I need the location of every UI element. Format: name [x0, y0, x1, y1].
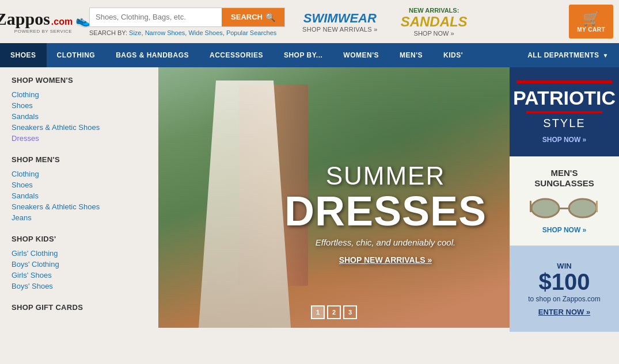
promo-swimwear-banner[interactable]: SWIMWEAR SHOP NEW ARRIVALS »: [294, 11, 386, 33]
mens-sneakers-link[interactable]: Sneakers & Athletic Shoes: [12, 201, 147, 212]
womens-clothing-link[interactable]: Clothing: [12, 89, 147, 100]
search-area: SEARCH 🔍 SEARCH BY: Size, Narrow Shoes, …: [89, 7, 285, 36]
patriotic-shop-now[interactable]: SHOP NOW »: [542, 136, 586, 144]
sandals-shop-now: SHOP NOW »: [401, 30, 468, 37]
search-by-popular[interactable]: Popular Searches: [226, 29, 276, 36]
svg-point-3: [569, 199, 597, 217]
nav-shoes[interactable]: SHOES: [0, 43, 47, 67]
cart-label: MY CART: [577, 26, 605, 33]
girls-shoes-link[interactable]: Girls' Shoes: [12, 270, 147, 281]
shop-mens-heading: SHOP MEN'S: [12, 155, 147, 164]
mens-sandals-link[interactable]: Sandals: [12, 190, 147, 201]
nav-all-departments[interactable]: ALL DEPARTMENTS ▼: [517, 43, 619, 67]
sunglasses-image: [527, 192, 602, 224]
search-button[interactable]: SEARCH 🔍: [222, 8, 284, 26]
shop-kids-heading: SHOP KIDS': [12, 235, 147, 243]
cart-button[interactable]: 🛒 MY CART: [569, 5, 613, 39]
right-sidebar: PATRIOTIC STYLE SHOP NOW » MEN'SSUNGLASS…: [510, 67, 619, 332]
womens-shoes-link[interactable]: Shoes: [12, 100, 147, 111]
search-by-narrow[interactable]: Narrow Shoes: [145, 29, 185, 36]
hero-cta-button[interactable]: SHOP NEW ARRIVALS »: [284, 255, 487, 265]
shop-womens-section: SHOP WOMEN'S Clothing Shoes Sandals Snea…: [12, 76, 147, 144]
new-arrivals-label: NEW ARRIVALS:: [401, 7, 468, 14]
patriotic-promo[interactable]: PATRIOTIC STYLE SHOP NOW »: [510, 67, 619, 156]
patriotic-stripe-mid: [526, 111, 603, 113]
sunglasses-promo[interactable]: MEN'SSUNGLASSES SHOP NOW »: [510, 156, 619, 246]
boys-clothing-link[interactable]: Boys' Clothing: [12, 259, 147, 270]
search-by-wide[interactable]: Wide Shoes: [188, 29, 222, 36]
sunglasses-shop-now[interactable]: SHOP NOW »: [542, 226, 586, 234]
search-by-size[interactable]: Size: [129, 29, 141, 36]
win-enter[interactable]: ENTER NOW »: [538, 308, 590, 316]
hero-dresses-text: DRESSES: [284, 190, 487, 232]
cart-area[interactable]: 🛒 MY CART: [569, 5, 613, 39]
patriotic-style-text: STYLE: [543, 117, 585, 130]
shop-gift-cards-heading[interactable]: SHOP GIFT CARDS: [12, 303, 147, 312]
dropdown-arrow-icon: ▼: [603, 52, 609, 59]
patriotic-stripe-top: [517, 81, 612, 83]
navbar: SHOES CLOTHING BAGS & HANDBAGS ACCESSORI…: [0, 43, 619, 67]
patriotic-main-text: PATRIOTIC: [513, 88, 616, 108]
left-sidebar: SHOP WOMEN'S Clothing Shoes Sandals Snea…: [0, 67, 158, 332]
promo-sandals-banner[interactable]: NEW ARRIVALS: SANDALS SHOP NOW »: [395, 7, 473, 37]
sandals-label: SANDALS: [401, 14, 468, 30]
search-by-label: SEARCH BY:: [89, 29, 127, 36]
search-input[interactable]: [90, 8, 222, 26]
boys-shoes-link[interactable]: Boys' Shoes: [12, 281, 147, 292]
hero-dot-1[interactable]: 1: [311, 305, 325, 319]
logo-tagline: POWERED BY SERVICE: [14, 29, 72, 34]
nav-womens[interactable]: WOMEN'S: [333, 43, 389, 67]
swimwear-sub: SHOP NEW ARRIVALS »: [302, 26, 378, 33]
shop-kids-section: SHOP KIDS' Girls' Clothing Boys' Clothin…: [12, 235, 147, 292]
shop-womens-heading: SHOP WOMEN'S: [12, 76, 147, 85]
nav-clothing[interactable]: CLOTHING: [47, 43, 106, 67]
search-button-label: SEARCH: [231, 13, 263, 21]
nav-mens[interactable]: MEN'S: [389, 43, 433, 67]
win-amount: $100: [539, 270, 590, 293]
svg-point-1: [531, 199, 559, 217]
search-by: SEARCH BY: Size, Narrow Shoes, Wide Shoe…: [89, 29, 285, 36]
hero-summer-text: SUMMER: [284, 162, 487, 190]
hero-dot-2[interactable]: 2: [327, 305, 341, 319]
mens-clothing-link[interactable]: Clothing: [12, 168, 147, 179]
logo-text: Zappos: [0, 9, 50, 29]
nav-shop-by[interactable]: SHOP BY...: [274, 43, 333, 67]
cart-icon: 🛒: [583, 10, 600, 26]
hero-sub-text: Effortless, chic, and undeniably cool.: [284, 237, 487, 247]
mens-jeans-link[interactable]: Jeans: [12, 212, 147, 223]
search-icon: 🔍: [265, 13, 275, 22]
win-sub: to shop on Zappos.com: [528, 295, 600, 303]
win-promo[interactable]: WIN $100 to shop on Zappos.com ENTER NOW…: [510, 246, 619, 332]
hero-text-area: SUMMER DRESSES Effortless, chic, and und…: [284, 162, 487, 265]
nav-accessories[interactable]: ACCESSORIES: [199, 43, 274, 67]
womens-sandals-link[interactable]: Sandals: [12, 111, 147, 122]
hero-pagination: 1 2 3: [311, 305, 357, 319]
sunglasses-title: MEN'SSUNGLASSES: [534, 168, 594, 189]
main-content: SHOP WOMEN'S Clothing Shoes Sandals Snea…: [0, 67, 619, 332]
shop-gift-cards-section: SHOP GIFT CARDS: [12, 303, 147, 312]
shop-mens-section: SHOP MEN'S Clothing Shoes Sandals Sneake…: [12, 155, 147, 223]
swimwear-title: SWIMWEAR: [302, 11, 378, 26]
hero-banner[interactable]: SUMMER DRESSES Effortless, chic, and und…: [158, 67, 510, 328]
womens-dresses-link[interactable]: Dresses: [12, 133, 147, 144]
girls-clothing-link[interactable]: Girls' Clothing: [12, 248, 147, 259]
nav-kids[interactable]: KIDS': [433, 43, 473, 67]
hero-dot-3[interactable]: 3: [343, 305, 357, 319]
header: Zappos .com 👟 POWERED BY SERVICE SEARCH …: [0, 0, 619, 43]
womens-sneakers-link[interactable]: Sneakers & Athletic Shoes: [12, 122, 147, 133]
logo[interactable]: Zappos .com 👟 POWERED BY SERVICE: [6, 9, 81, 34]
nav-bags[interactable]: BAGS & HANDBAGS: [105, 43, 199, 67]
svg-rect-4: [596, 201, 598, 212]
mens-shoes-link[interactable]: Shoes: [12, 179, 147, 190]
logo-com: .com: [51, 17, 73, 27]
